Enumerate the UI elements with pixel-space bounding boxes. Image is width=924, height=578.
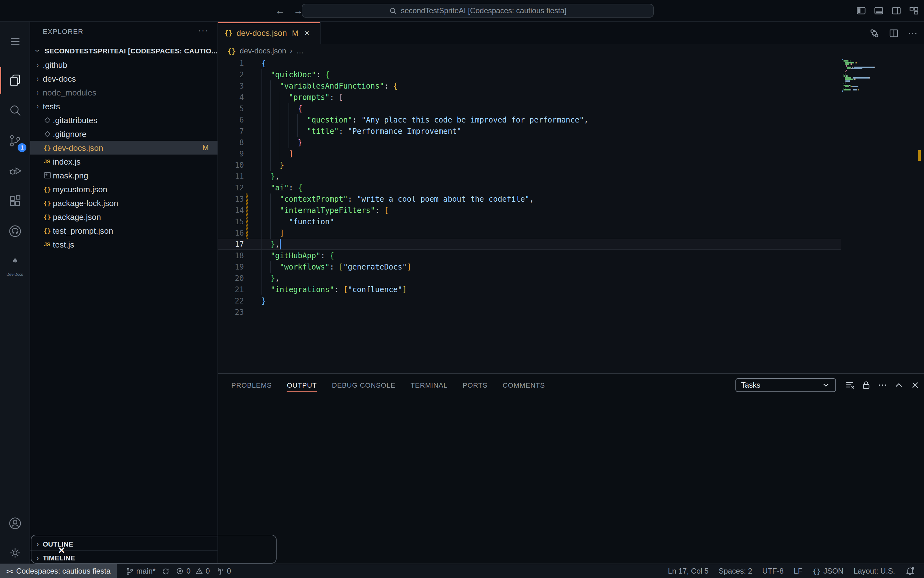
line-number[interactable]: 21: [218, 284, 244, 295]
panel-tab-ports[interactable]: PORTS: [463, 379, 488, 391]
more-icon[interactable]: [877, 380, 888, 390]
problems-status[interactable]: 0 0: [176, 567, 210, 575]
line-number[interactable]: 15: [218, 216, 244, 227]
line-number[interactable]: 13: [218, 193, 244, 205]
status-language-mode[interactable]: {}JSON: [812, 567, 844, 575]
line-number[interactable]: 14: [218, 205, 244, 216]
settings-gear-button[interactable]: [0, 540, 29, 566]
code-line[interactable]: },: [262, 273, 588, 284]
line-number[interactable]: 19: [218, 261, 244, 273]
tree-item--gitignore[interactable]: .gitignore: [30, 127, 218, 141]
code-line[interactable]: "prompts": [: [262, 92, 588, 103]
code-line[interactable]: "integrations": ["confluence"]: [262, 284, 588, 295]
tree-item-dev-docs-json[interactable]: {}dev-docs.jsonM: [30, 141, 218, 154]
more-actions-icon[interactable]: [908, 28, 918, 38]
ports-status[interactable]: 0: [216, 567, 231, 575]
tree-item-package-json[interactable]: {}package.json: [30, 210, 218, 224]
output-channel-select[interactable]: Tasks: [735, 378, 836, 392]
account-button[interactable]: [0, 510, 29, 537]
close-panel-icon[interactable]: [910, 380, 920, 390]
line-number[interactable]: 16: [218, 227, 244, 239]
code-line[interactable]: {: [262, 58, 588, 69]
line-number[interactable]: 11: [218, 171, 244, 182]
tree-item-node-modules[interactable]: ›node_modules: [30, 86, 218, 99]
code-line[interactable]: "function": [262, 216, 588, 227]
code-line[interactable]: ]: [262, 148, 588, 159]
minimap[interactable]: [842, 59, 888, 109]
code-line[interactable]: "contextPrompt": "write a cool poem abou…: [262, 193, 588, 205]
clear-output-icon[interactable]: [845, 380, 855, 390]
extensions-activity-button[interactable]: [0, 188, 29, 214]
code-line[interactable]: "variablesAndFunctions": {: [262, 80, 588, 92]
split-editor-icon[interactable]: [889, 28, 899, 38]
customize-layout-icon[interactable]: [909, 6, 919, 16]
breadcrumb-symbol[interactable]: …: [296, 47, 304, 55]
code-line[interactable]: }: [262, 295, 588, 307]
source-control-activity-button[interactable]: 1: [0, 128, 29, 154]
tree-item--gitattributes[interactable]: .gitattributes: [30, 113, 218, 127]
line-number[interactable]: 1: [218, 58, 244, 69]
line-number[interactable]: 20: [218, 273, 244, 284]
line-number[interactable]: 4: [218, 92, 244, 103]
code-line[interactable]: ]: [262, 227, 588, 239]
line-number[interactable]: 6: [218, 114, 244, 126]
tree-item-test-js[interactable]: JStest.js: [30, 237, 218, 251]
line-number[interactable]: 23: [218, 307, 244, 318]
code-line[interactable]: "workflows": ["generateDocs"]: [262, 261, 588, 273]
code-line[interactable]: },: [262, 171, 588, 182]
maximize-panel-icon[interactable]: [894, 380, 904, 390]
code-line[interactable]: }: [262, 159, 588, 171]
line-number[interactable]: 12: [218, 182, 244, 193]
panel-tab-debug-console[interactable]: DEBUG CONSOLE: [332, 379, 395, 391]
line-number-gutter[interactable]: 1234567891011121314151617181920212223: [218, 58, 244, 318]
git-branch-status[interactable]: main*: [126, 567, 156, 575]
tree-item-dev-docs[interactable]: ›dev-docs: [30, 71, 218, 86]
remote-indicator[interactable]: >< Codespaces: cautious fiesta: [0, 564, 117, 578]
line-number[interactable]: 22: [218, 295, 244, 307]
line-number[interactable]: 10: [218, 159, 244, 171]
line-number[interactable]: 8: [218, 137, 244, 148]
line-number[interactable]: 5: [218, 103, 244, 114]
code-line[interactable]: "ai": {: [262, 182, 588, 193]
status-indentation[interactable]: Spaces: 2: [719, 567, 752, 575]
code-line[interactable]: {: [262, 103, 588, 114]
code-editor[interactable]: 1234567891011121314151617181920212223 { …: [218, 58, 924, 373]
tab-dev-docs-json[interactable]: {} dev-docs.json M ×: [218, 22, 320, 44]
notifications-bell-icon[interactable]: [905, 566, 915, 576]
tab-close-icon[interactable]: ×: [304, 28, 309, 38]
tree-item-tests[interactable]: ›tests: [30, 99, 218, 113]
lock-icon[interactable]: [861, 380, 871, 390]
devdocs-activity-button[interactable]: Dev-Docs: [0, 248, 29, 274]
workspace-root-folder[interactable]: › SECONDTESTSPRITEAI [CODESPACES: CAUTIO…: [30, 44, 218, 58]
line-number[interactable]: 17: [218, 239, 244, 250]
github-activity-button[interactable]: [0, 218, 29, 244]
line-number[interactable]: 7: [218, 126, 244, 137]
tree-item-package-lock-json[interactable]: {}package-lock.json: [30, 196, 218, 210]
layout-panel-icon[interactable]: [874, 6, 884, 16]
code-line[interactable]: "question": "Any place this code be impr…: [262, 114, 588, 126]
explorer-more-actions-icon[interactable]: ···: [198, 25, 209, 35]
status-encoding[interactable]: UTF-8: [762, 567, 784, 575]
status-layout[interactable]: Layout: U.S.: [854, 567, 895, 575]
menu-activity-button[interactable]: [0, 28, 29, 55]
code-line[interactable]: },: [262, 239, 588, 250]
code-line[interactable]: "gitHubApp": {: [262, 250, 588, 261]
run-debug-activity-button[interactable]: [0, 158, 29, 184]
code-line[interactable]: "title": "Performance Improvement": [262, 126, 588, 137]
code-line[interactable]: [262, 307, 588, 318]
explorer-activity-button[interactable]: [0, 67, 29, 94]
layout-secondary-sidebar-icon[interactable]: [891, 6, 901, 16]
layout-sidebar-icon[interactable]: [856, 6, 866, 16]
line-number[interactable]: 3: [218, 80, 244, 92]
compare-changes-icon[interactable]: [869, 27, 880, 39]
sync-status[interactable]: [162, 567, 170, 575]
status-cursor-position[interactable]: Ln 17, Col 5: [668, 567, 708, 575]
output-panel-body[interactable]: [218, 396, 924, 563]
search-activity-button[interactable]: [0, 97, 29, 124]
line-number[interactable]: 18: [218, 250, 244, 261]
panel-tab-problems[interactable]: PROBLEMS: [231, 379, 272, 391]
tree-item-test-prompt-json[interactable]: {}test_prompt.json: [30, 224, 218, 237]
panel-tab-terminal[interactable]: TERMINAL: [410, 379, 447, 391]
panel-tab-output[interactable]: OUTPUT: [287, 378, 317, 392]
tree-item-mask-png[interactable]: mask.png: [30, 168, 218, 182]
